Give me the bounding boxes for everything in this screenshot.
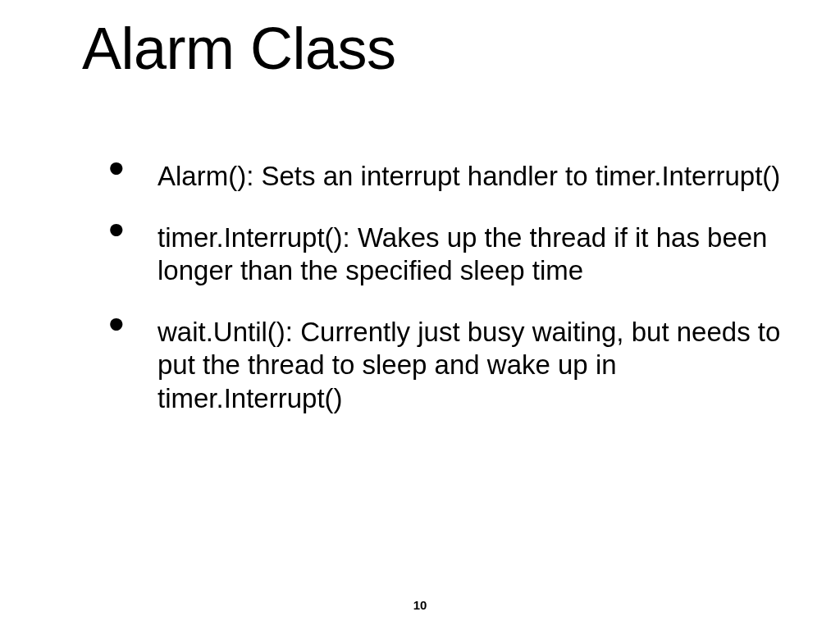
bullet-lead: wait.Until(): [158, 317, 285, 347]
slide: Alarm Class Alarm(): Sets an interrupt h…: [0, 0, 840, 630]
bullet-text: : Sets an interrupt handler to timer.Int…: [246, 161, 780, 191]
bullet-lead: Alarm(): [158, 161, 246, 191]
slide-title: Alarm Class: [82, 15, 396, 82]
bullet-lead: timer.Interrupt(): [158, 222, 343, 253]
list-item: timer.Interrupt(): Wakes up the thread i…: [131, 221, 791, 288]
list-item: wait.Until(): Currently just busy waitin…: [131, 316, 791, 416]
page-number: 10: [0, 598, 840, 612]
bullet-list: Alarm(): Sets an interrupt handler to ti…: [131, 160, 791, 443]
list-item: Alarm(): Sets an interrupt handler to ti…: [131, 160, 791, 194]
